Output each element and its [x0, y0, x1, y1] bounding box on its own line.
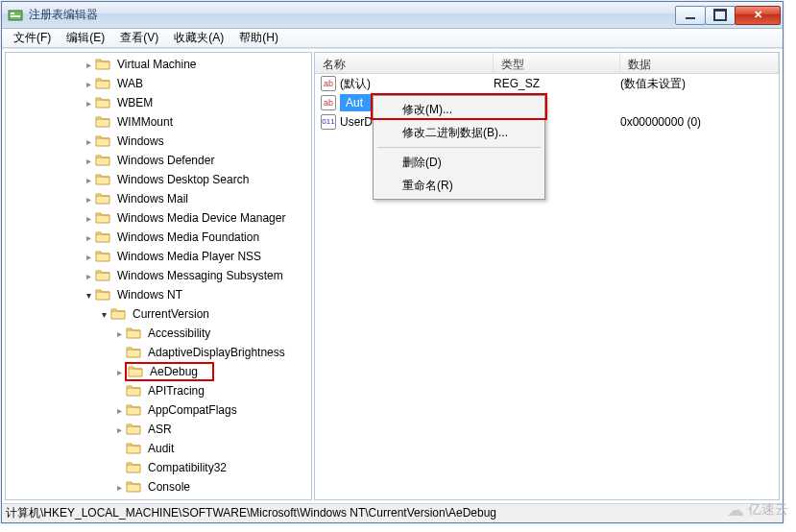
tree-item-label: Console	[145, 479, 193, 495]
folder-icon	[95, 172, 112, 187]
tree-item[interactable]: AppCompatFlags	[6, 400, 311, 420]
tree-item[interactable]: ASR	[6, 420, 311, 439]
folder-icon	[95, 114, 112, 130]
tree-item-label: Windows	[114, 133, 167, 149]
tree-item[interactable]: WAB	[6, 74, 311, 93]
status-path: 计算机\HKEY_LOCAL_MACHINE\SOFTWARE\Microsof…	[6, 505, 496, 521]
window-title: 注册表编辑器	[29, 7, 676, 23]
tree-item-label: Windows Defender	[114, 153, 217, 168]
value-row[interactable]: ab(默认)REG_SZ(数值未设置)	[315, 74, 779, 93]
ctx-delete[interactable]: 删除(D)	[375, 151, 543, 174]
tree-item[interactable]: Windows Media Device Manager	[6, 208, 311, 228]
tree-item[interactable]: Windows Mail	[6, 189, 311, 208]
expand-icon[interactable]	[83, 79, 94, 89]
tree-item-label: APITracing	[145, 383, 207, 399]
expand-icon[interactable]	[83, 60, 94, 70]
tree-item[interactable]: Windows Defender	[6, 151, 311, 170]
folder-icon	[95, 153, 112, 168]
minimize-button[interactable]	[675, 6, 706, 25]
collapse-icon[interactable]	[83, 290, 94, 301]
maximize-button[interactable]	[705, 6, 736, 25]
value-name: (默认)	[340, 76, 494, 92]
folder-icon	[95, 287, 112, 302]
tree-item[interactable]: Windows NT	[6, 285, 311, 304]
collapse-icon[interactable]	[98, 309, 109, 320]
tree-item[interactable]: Windows Media Foundation	[6, 228, 311, 247]
tree-item[interactable]: AdaptiveDisplayBrightness	[6, 343, 311, 362]
folder-icon	[95, 230, 112, 245]
tree-item[interactable]: WBEM	[6, 93, 311, 112]
value-data: 0x00000000 (0)	[620, 115, 779, 129]
tree-item[interactable]: Windows	[6, 132, 311, 151]
tree-item-label: Accessibility	[145, 326, 213, 341]
folder-icon	[95, 95, 112, 110]
expand-icon[interactable]	[113, 424, 125, 435]
folder-icon	[126, 460, 143, 475]
values-pane[interactable]: 名称 类型 数据 ab(默认)REG_SZ(数值未设置)abAut011User…	[314, 52, 780, 500]
tree-item-label: Windows Desktop Search	[114, 172, 252, 187]
tree-item[interactable]: Windows Messaging Subsystem	[6, 266, 311, 285]
tree-item[interactable]: Windows Media Player NSS	[6, 247, 311, 266]
tree-item[interactable]: CurrentVersion	[6, 304, 311, 324]
tree-pane[interactable]: Virtual MachineWABWBEMWIMMountWindowsWin…	[5, 52, 312, 500]
tree-item-label: Windows Media Player NSS	[114, 249, 264, 264]
statusbar: 计算机\HKEY_LOCAL_MACHINE\SOFTWARE\Microsof…	[2, 503, 783, 522]
folder-icon	[95, 191, 112, 206]
expand-icon[interactable]	[83, 232, 94, 243]
close-button[interactable]	[735, 6, 781, 25]
tree-item-label: Audit	[145, 441, 177, 456]
expand-icon[interactable]	[83, 136, 94, 147]
expand-icon[interactable]	[83, 156, 94, 166]
titlebar[interactable]: 注册表编辑器	[2, 2, 783, 29]
tree-item[interactable]: Windows Desktop Search	[6, 170, 311, 189]
tree-item[interactable]: WIMMount	[6, 112, 311, 132]
expand-icon[interactable]	[113, 405, 125, 416]
tree-item[interactable]: Virtual Machine	[6, 55, 311, 74]
svg-rect-2	[11, 15, 20, 17]
tree-item[interactable]: AeDebug	[6, 362, 311, 381]
string-value-icon: ab	[321, 95, 336, 110]
expand-icon[interactable]	[83, 252, 94, 262]
expand-icon[interactable]	[113, 482, 125, 493]
svg-rect-1	[11, 12, 14, 14]
expand-icon[interactable]	[83, 271, 94, 281]
expand-icon[interactable]	[83, 213, 94, 224]
folder-icon	[95, 57, 112, 72]
menu-help[interactable]: 帮助(H)	[231, 28, 286, 48]
col-name[interactable]: 名称	[315, 53, 494, 73]
menu-view[interactable]: 查看(V)	[112, 28, 166, 48]
folder-icon	[95, 210, 112, 226]
tree-item-label: WBEM	[114, 95, 156, 110]
value-type: REG_SZ	[494, 77, 620, 90]
string-value-icon: ab	[321, 76, 336, 91]
expand-icon[interactable]	[113, 367, 125, 377]
tree-item[interactable]: APITracing	[6, 381, 311, 400]
ctx-rename[interactable]: 重命名(R)	[375, 174, 543, 197]
folder-icon	[110, 306, 128, 322]
expand-icon[interactable]	[113, 328, 125, 339]
tree-item[interactable]: Accessibility	[6, 324, 311, 343]
folder-icon	[95, 268, 112, 283]
dword-value-icon: 011	[321, 114, 336, 130]
list-header: 名称 类型 数据	[315, 53, 779, 74]
col-type[interactable]: 类型	[494, 53, 620, 73]
expand-icon[interactable]	[83, 98, 94, 109]
menu-favorites[interactable]: 收藏夹(A)	[166, 28, 231, 48]
menu-edit[interactable]: 编辑(E)	[59, 28, 112, 48]
ctx-modify-binary[interactable]: 修改二进制数据(B)...	[375, 121, 543, 144]
ctx-modify[interactable]: 修改(M)...	[375, 98, 543, 121]
context-menu: 修改(M)... 修改二进制数据(B)... 删除(D) 重命名(R)	[373, 95, 545, 200]
highlight-box-aedebug: AeDebug	[125, 362, 214, 381]
col-data[interactable]: 数据	[620, 53, 779, 73]
folder-icon	[95, 133, 112, 149]
menu-file[interactable]: 文件(F)	[6, 28, 59, 48]
tree-item-label: Virtual Machine	[114, 57, 200, 72]
expand-icon[interactable]	[83, 175, 94, 185]
tree-item[interactable]: Console	[6, 477, 311, 496]
folder-icon	[126, 402, 143, 418]
tree-item[interactable]: Compatibility32	[6, 458, 311, 477]
tree-item[interactable]: Audit	[6, 439, 311, 458]
tree-item-label: AeDebug	[147, 364, 201, 379]
folder-icon	[126, 479, 143, 495]
expand-icon[interactable]	[83, 194, 94, 205]
